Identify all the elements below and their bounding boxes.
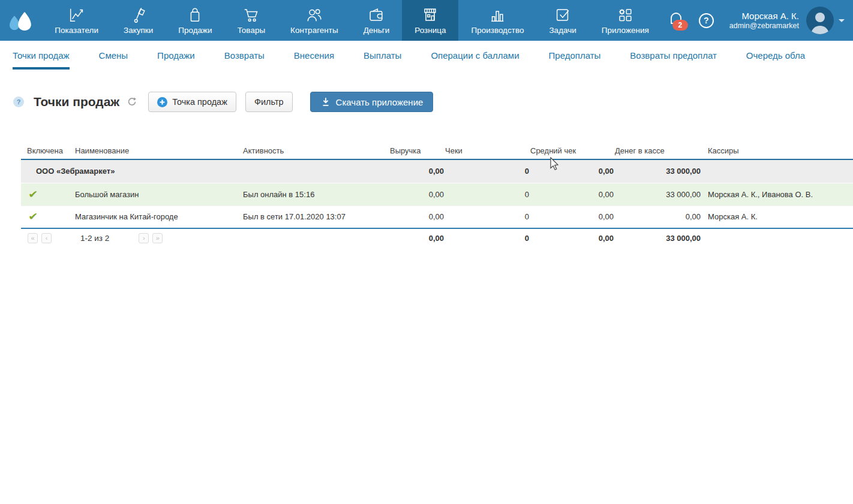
user-menu[interactable]: Морская А. К. admin@zebramarket bbox=[729, 11, 799, 31]
retail-icon bbox=[421, 6, 440, 24]
user-name: Морская А. К. bbox=[729, 11, 799, 22]
column-header-enabled[interactable]: Включена bbox=[21, 143, 75, 159]
filter-button[interactable]: Фильтр bbox=[245, 92, 293, 112]
tasks-icon bbox=[553, 6, 572, 24]
topnav-item-tasks[interactable]: Задачи bbox=[536, 0, 588, 41]
tab-payouts[interactable]: Выплаты bbox=[364, 41, 401, 70]
pos-avg-receipt: 0,00 bbox=[530, 183, 615, 206]
filter-label: Фильтр bbox=[254, 97, 284, 107]
table-header-row: Включена Наименование Активность Выручка… bbox=[21, 143, 853, 159]
topnav-item-apps[interactable]: Приложения bbox=[589, 0, 662, 41]
production-icon bbox=[488, 6, 507, 24]
topnav-item-indicators[interactable]: Показатели bbox=[42, 0, 111, 41]
pos-cashiers: Морская А. К., Иванова О. В. bbox=[702, 183, 853, 206]
pos-name[interactable]: Большой магазин bbox=[75, 183, 243, 206]
group-cash: 33 000,00 bbox=[615, 159, 702, 183]
download-app-button[interactable]: Скачать приложение bbox=[310, 92, 434, 112]
column-header-cash[interactable]: Денег в кассе bbox=[615, 143, 702, 159]
sales-icon bbox=[185, 6, 205, 24]
tab-cloud-queue[interactable]: Очередь обла bbox=[746, 41, 805, 70]
pos-name[interactable]: Магазинчик на Китай-городе bbox=[75, 206, 243, 228]
refresh-button[interactable] bbox=[127, 97, 137, 107]
pagination: 1-2 из 2 bbox=[28, 233, 390, 243]
pos-revenue: 0,00 bbox=[390, 206, 445, 228]
pagination-label: 1-2 из 2 bbox=[80, 234, 109, 243]
tab-bonus-operations[interactable]: Операции с баллами bbox=[431, 41, 519, 70]
group-receipts: 0 bbox=[445, 159, 530, 183]
pos-activity: Был в сети 17.01.2020 13:07 bbox=[243, 206, 390, 228]
notifications-button[interactable]: 2 bbox=[668, 10, 686, 31]
topnav-item-production[interactable]: Производство bbox=[458, 0, 536, 41]
total-cash: 33 000,00 bbox=[615, 228, 702, 247]
organization-group-row[interactable]: ООО «Зебрамаркет» 0,00 0 0,00 33 000,00 bbox=[21, 159, 853, 183]
help-icon[interactable] bbox=[699, 13, 714, 28]
tab-points-of-sale[interactable]: Точки продаж bbox=[13, 41, 70, 70]
retail-subnav: Точки продаж Смены Продажи Возвраты Внес… bbox=[0, 41, 853, 70]
apps-icon bbox=[615, 6, 635, 24]
refresh-icon bbox=[127, 97, 137, 107]
organization-name: ООО «Зебрамаркет» bbox=[21, 159, 390, 183]
topbar-right-controls: 2 Морская А. К. admin@zebramarket bbox=[662, 0, 853, 41]
topnav-label: Контрагенты bbox=[290, 26, 338, 35]
pagination-last-button[interactable] bbox=[152, 233, 163, 243]
tab-sales[interactable]: Продажи bbox=[157, 41, 195, 70]
column-header-cashiers[interactable]: Кассиры bbox=[702, 143, 853, 159]
group-avg-receipt: 0,00 bbox=[530, 159, 615, 183]
tab-shifts[interactable]: Смены bbox=[99, 41, 128, 70]
download-app-label: Скачать приложение bbox=[336, 97, 424, 107]
avatar[interactable] bbox=[806, 7, 834, 34]
topnav-item-purchases[interactable]: Закупки bbox=[111, 0, 166, 41]
group-revenue: 0,00 bbox=[390, 159, 445, 183]
purchases-icon bbox=[129, 6, 148, 24]
plus-icon bbox=[157, 97, 167, 107]
total-avg-receipt: 0,00 bbox=[530, 228, 615, 247]
tab-prepayment-returns[interactable]: Возвраты предоплат bbox=[630, 41, 717, 70]
notifications-badge: 2 bbox=[672, 20, 688, 31]
topnav-item-retail[interactable]: Розница bbox=[402, 0, 458, 41]
column-header-name[interactable]: Наименование bbox=[75, 143, 243, 159]
topnav-item-counterparties[interactable]: Контрагенты bbox=[278, 0, 351, 41]
app-logo[interactable] bbox=[0, 0, 42, 41]
column-header-avg-receipt[interactable]: Средний чек bbox=[530, 143, 615, 159]
topnav-label: Продажи bbox=[178, 26, 212, 35]
tab-deposits[interactable]: Внесения bbox=[294, 41, 334, 70]
download-icon bbox=[320, 96, 331, 107]
topnav-item-money[interactable]: Деньги bbox=[351, 0, 403, 41]
avatar-person-icon bbox=[806, 8, 834, 34]
column-header-activity[interactable]: Активность bbox=[243, 143, 390, 159]
topnav-item-sales[interactable]: Продажи bbox=[166, 0, 224, 41]
page-help-icon[interactable] bbox=[13, 96, 24, 107]
topnav-label: Производство bbox=[471, 26, 524, 35]
pos-table: Включена Наименование Активность Выручка… bbox=[21, 143, 853, 247]
pos-avg-receipt: 0,00 bbox=[530, 206, 615, 228]
pagination-next-button[interactable] bbox=[139, 233, 149, 243]
create-pos-label: Точка продаж bbox=[172, 97, 227, 107]
pagination-first-button[interactable] bbox=[28, 233, 38, 243]
topnav-label: Деньги bbox=[364, 26, 390, 35]
table-footer-row: 1-2 из 2 0,00 0 0,00 33 000,00 bbox=[21, 228, 853, 247]
column-header-receipts[interactable]: Чеки bbox=[445, 143, 530, 159]
pagination-prev-button[interactable] bbox=[41, 233, 52, 243]
enabled-check-icon bbox=[28, 189, 38, 200]
topnav-label: Розница bbox=[415, 26, 446, 35]
page-toolbar: Точки продаж Точка продаж Фильтр Скачать… bbox=[13, 91, 853, 113]
user-email: admin@zebramarket bbox=[729, 22, 799, 31]
tab-prepayments[interactable]: Предоплаты bbox=[549, 41, 601, 70]
pos-cashiers: Морская А. К. bbox=[702, 206, 853, 228]
table-row[interactable]: Магазинчик на Китай-городе Был в сети 17… bbox=[21, 206, 853, 228]
goods-icon bbox=[242, 6, 261, 24]
pos-activity: Был онлайн в 15:16 bbox=[243, 183, 390, 206]
column-header-revenue[interactable]: Выручка bbox=[390, 143, 445, 159]
moysklad-logo-icon bbox=[7, 8, 35, 32]
pos-cash: 0,00 bbox=[615, 206, 702, 228]
topnav-item-goods[interactable]: Товары bbox=[225, 0, 278, 41]
create-pos-button[interactable]: Точка продаж bbox=[148, 92, 236, 112]
table-row[interactable]: Большой магазин Был онлайн в 15:16 0,00 … bbox=[21, 183, 853, 206]
tab-returns[interactable]: Возвраты bbox=[224, 41, 265, 70]
group-cashiers bbox=[702, 159, 853, 183]
topnav-label: Закупки bbox=[124, 26, 153, 35]
total-revenue: 0,00 bbox=[390, 228, 445, 247]
counterparties-icon bbox=[305, 6, 324, 24]
enabled-check-icon bbox=[28, 212, 38, 222]
chevron-down-icon[interactable] bbox=[839, 19, 845, 22]
